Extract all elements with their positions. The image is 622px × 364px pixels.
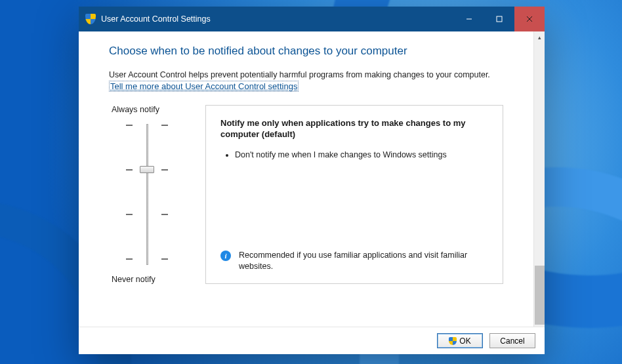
shield-icon <box>449 337 457 345</box>
dialog-button-row: OK Cancel <box>79 327 545 354</box>
shield-icon <box>85 14 96 24</box>
ok-button[interactable]: OK <box>437 333 483 348</box>
setting-title: Notify me only when applications try to … <box>220 117 488 140</box>
cancel-button-label: Cancel <box>500 336 524 346</box>
slider-bottom-label: Never notify <box>112 275 184 284</box>
vertical-scrollbar[interactable]: ▴ ▾ <box>533 31 545 327</box>
ok-button-label: OK <box>459 336 470 346</box>
minimize-button[interactable] <box>454 7 484 31</box>
svg-rect-1 <box>497 16 502 22</box>
setting-bullet: Don't notify me when I make changes to W… <box>235 150 488 161</box>
slider-top-label: Always notify <box>112 105 184 114</box>
uac-settings-window: User Account Control Settings Choose whe… <box>79 7 545 354</box>
maximize-button[interactable] <box>484 7 514 31</box>
titlebar[interactable]: User Account Control Settings <box>79 7 545 31</box>
setting-bullets: Don't notify me when I make changes to W… <box>224 150 488 161</box>
client-area: Choose when to be notified about changes… <box>79 31 545 327</box>
notification-slider[interactable] <box>121 121 173 268</box>
learn-more-link[interactable]: Tell me more about User Account Control … <box>109 81 299 92</box>
close-button[interactable] <box>514 7 545 31</box>
page-heading: Choose when to be notified about changes… <box>109 45 503 58</box>
setting-description-panel: Notify me only when applications try to … <box>205 105 503 284</box>
page-description: User Account Control helps prevent poten… <box>109 70 503 81</box>
window-title: User Account Control Settings <box>101 14 454 24</box>
scroll-track[interactable] <box>534 43 545 315</box>
content-area: Choose when to be notified about changes… <box>79 31 533 327</box>
recommendation-text: Recommended if you use familiar applicat… <box>239 250 488 273</box>
scroll-up-arrow[interactable]: ▴ <box>534 31 545 43</box>
slider-thumb[interactable] <box>140 166 154 173</box>
cancel-button[interactable]: Cancel <box>489 333 535 348</box>
scroll-thumb[interactable] <box>535 266 545 325</box>
info-icon: i <box>220 251 231 261</box>
